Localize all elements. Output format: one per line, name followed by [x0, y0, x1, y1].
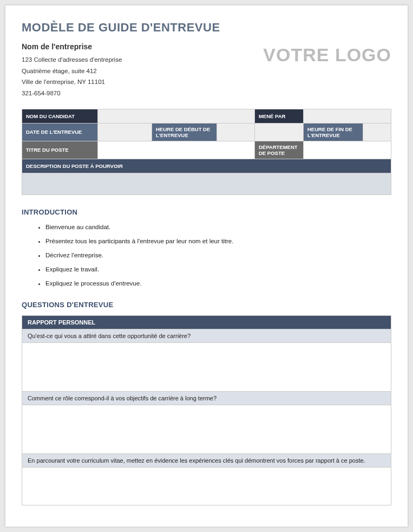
interview-date-label: DATE DE L'ENTREVUE	[22, 123, 98, 141]
conducted-by-label: MENÉ PAR	[255, 109, 304, 123]
job-title-field[interactable]	[98, 141, 255, 159]
description-field[interactable]	[22, 173, 391, 194]
spacer-cell	[255, 123, 304, 141]
question-answer-field[interactable]	[22, 343, 391, 392]
question-prompt: Comment ce rôle correspond-il à vos obje…	[22, 392, 391, 405]
end-time-field[interactable]	[363, 123, 391, 141]
list-item: Expliquez le processus d'entrevue.	[45, 279, 391, 288]
info-table: NOM DU CANDIDAT MENÉ PAR DATE DE L'ENTRE…	[22, 109, 391, 195]
question-prompt: Qu'est-ce qui vous a attiré dans cette o…	[22, 329, 391, 343]
list-item: Décrivez l'entreprise.	[45, 251, 391, 259]
address-line-2: Quatrième étage, suite 412	[22, 66, 220, 77]
conducted-by-field[interactable]	[304, 109, 391, 123]
end-time-label: HEURE DE FIN DE L'ENTREVUE	[304, 123, 363, 141]
address-line-1: 123 Collecte d'adresses d'entreprise	[22, 54, 220, 66]
introduction-list: Bienvenue au candidat. Présentez tous le…	[22, 223, 391, 288]
candidate-name-label: NOM DU CANDIDAT	[22, 109, 98, 123]
introduction-heading: INTRODUCTION	[22, 208, 391, 216]
list-item: Bienvenue au candidat.	[45, 223, 391, 231]
phone-number: 321-654-9870	[22, 88, 220, 99]
job-title-label: TITRE DU POSTE	[22, 141, 98, 159]
candidate-name-field[interactable]	[98, 109, 255, 123]
company-name: Nom de l'entreprise	[22, 42, 220, 51]
header-left: MODÈLE DE GUIDE D'ENTREVUE Nom de l'entr…	[22, 21, 220, 99]
start-time-label: HEURE DE DÉBUT DE L'ENTREVUE	[152, 123, 217, 141]
department-field[interactable]	[304, 141, 391, 159]
header-row: MODÈLE DE GUIDE D'ENTREVUE Nom de l'entr…	[22, 21, 391, 99]
interview-date-field[interactable]	[98, 123, 152, 141]
question-answer-field[interactable]	[22, 405, 391, 454]
description-label: DESCRIPTION DU POSTE À POURVOIR	[22, 159, 391, 173]
logo-placeholder: VOTRE LOGO	[263, 44, 391, 66]
list-item: Expliquez le travail.	[45, 265, 391, 274]
questions-table: RAPPORT PERSONNEL Qu'est-ce qui vous a a…	[22, 315, 391, 505]
question-answer-field[interactable]	[22, 468, 391, 505]
department-label: DÉPARTEMENT DE POSTE	[255, 141, 304, 159]
question-prompt: En parcourant votre curriculum vitae, me…	[22, 454, 391, 468]
page-title: MODÈLE DE GUIDE D'ENTREVUE	[22, 21, 220, 35]
start-time-field[interactable]	[217, 123, 255, 141]
questions-section-header: RAPPORT PERSONNEL	[22, 316, 391, 329]
questions-heading: QUESTIONS D'ENTREVUE	[22, 301, 391, 309]
address-line-3: Ville de l'entreprise, NY 11101	[22, 76, 220, 88]
list-item: Présentez tous les participants à l'entr…	[45, 237, 391, 245]
document-page: MODÈLE DE GUIDE D'ENTREVUE Nom de l'entr…	[5, 5, 408, 527]
